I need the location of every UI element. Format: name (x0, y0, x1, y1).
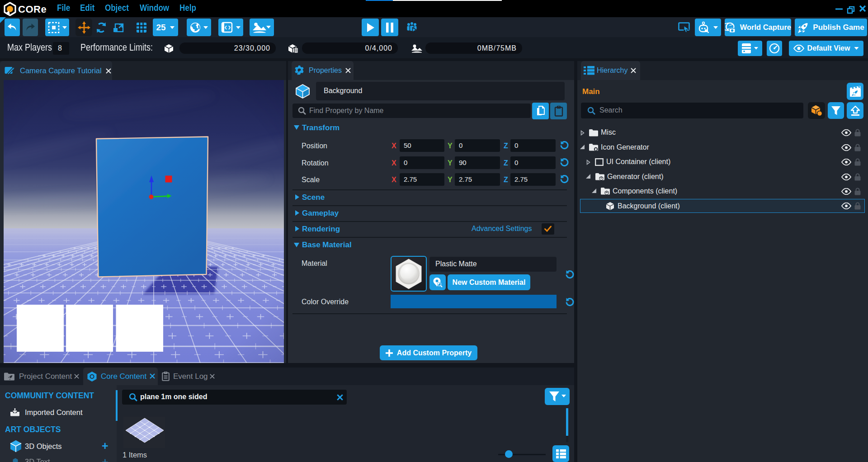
svg-text:CORe: CORe (18, 4, 47, 15)
